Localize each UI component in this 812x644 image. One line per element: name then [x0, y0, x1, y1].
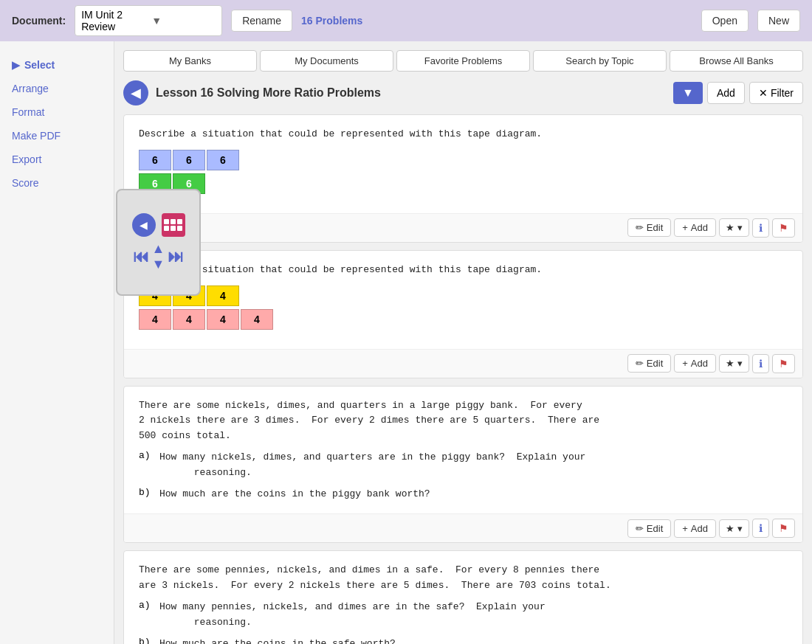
sub-label-4b: b) — [139, 637, 154, 644]
sidebar-item-format[interactable]: Format — [0, 100, 114, 124]
tab-my-banks[interactable]: My Banks — [123, 50, 257, 72]
main-content: ◀ ⏮ ▲ ▼ ⏭ — [114, 41, 812, 644]
grid-dots — [164, 219, 182, 231]
sidebar-item-label: Format — [12, 106, 44, 118]
nav-back-button[interactable]: ◀ — [132, 213, 156, 237]
sub-item-4a: a) How many pennies, nickels, and dimes … — [139, 600, 788, 631]
pencil-icon: ✏ — [636, 523, 644, 534]
arrow-icon: ▶ — [12, 59, 20, 71]
sidebar-item-label: Score — [12, 177, 39, 189]
flag-icon: ⚑ — [779, 222, 788, 234]
lesson-header: ◀ Lesson 16 Solving More Ratio Problems … — [123, 80, 803, 105]
add-problem-button-3[interactable]: + Add — [674, 519, 716, 538]
add-problem-button-1[interactable]: + Add — [674, 218, 716, 237]
tape-row-3: 4 4 4 — [139, 285, 788, 306]
nav-up-button[interactable]: ▲ — [152, 241, 165, 257]
tape-cell: 6 — [207, 150, 239, 170]
problem-actions-2: ✏ Edit + Add ★▾ ℹ ⚑ — [124, 349, 802, 378]
tab-search-by-topic[interactable]: Search by Topic — [533, 50, 667, 72]
flag-button-3[interactable]: ⚑ — [772, 519, 795, 538]
star-icon: ★ — [726, 222, 734, 233]
problem-text-1: Describe a situation that could be repre… — [139, 127, 788, 142]
add-problem-button-2[interactable]: + Add — [674, 354, 716, 373]
lesson-actions: ▼ Add ✕ Filter — [673, 82, 803, 104]
pencil-icon: ✏ — [636, 358, 644, 369]
open-button[interactable]: Open — [701, 10, 749, 32]
problem-card-4: There are some pennies, nickels, and dim… — [123, 550, 803, 644]
problems-count[interactable]: 16 Problems — [301, 15, 362, 27]
download-button[interactable]: ▼ — [673, 82, 703, 104]
nav-down-button[interactable]: ▼ — [152, 257, 165, 272]
tape-row-4: 4 4 4 4 — [139, 309, 788, 330]
plus-icon: + — [682, 358, 688, 369]
nav-grid-icon — [162, 213, 185, 237]
rename-button[interactable]: Rename — [231, 10, 292, 32]
sidebar-item-label: Select — [24, 59, 55, 71]
tab-bar: My Banks My Documents Favorite Problems … — [123, 50, 803, 72]
info-icon: ℹ — [759, 222, 763, 234]
nav-skip-back-button[interactable]: ⏮ — [133, 247, 149, 266]
flag-button-2[interactable]: ⚑ — [772, 354, 795, 373]
tab-browse-all-banks[interactable]: Browse All Banks — [670, 50, 803, 72]
sidebar: ▶ Select Arrange Format Make PDF Export … — [0, 41, 114, 644]
tape-row-1: 6 6 6 — [139, 150, 788, 170]
edit-button-2[interactable]: ✏ Edit — [627, 354, 671, 373]
info-icon: ℹ — [759, 358, 763, 370]
edit-button-1[interactable]: ✏ Edit — [627, 218, 671, 237]
tape-diagram-1: 6 6 6 6 6 — [139, 150, 788, 194]
layout: ▶ Select Arrange Format Make PDF Export … — [0, 41, 812, 644]
content-area: My Banks My Documents Favorite Problems … — [123, 50, 803, 644]
problem-card-2: Describe a situation that could be repre… — [123, 250, 803, 378]
tape-cell: 4 — [241, 309, 273, 330]
lesson-title: Lesson 16 Solving More Ratio Problems — [156, 86, 666, 100]
document-select[interactable]: IM Unit 2 Review ▼ — [75, 5, 222, 36]
tape-cell: 4 — [207, 309, 239, 330]
nav-skip-forward-button[interactable]: ⏭ — [168, 247, 184, 266]
star-icon: ★ — [726, 523, 734, 534]
problem-card-3: There are some nickels, dimes, and quart… — [123, 386, 803, 544]
star-button-2[interactable]: ★▾ — [719, 354, 749, 373]
edit-button-3[interactable]: ✏ Edit — [627, 519, 671, 538]
tape-cell: 6 — [173, 150, 205, 170]
sidebar-item-export[interactable]: Export — [0, 148, 114, 171]
new-button[interactable]: New — [757, 10, 800, 32]
plus-icon: + — [682, 523, 688, 534]
sidebar-item-arrange[interactable]: Arrange — [0, 77, 114, 100]
info-button-1[interactable]: ℹ — [752, 218, 769, 238]
sidebar-item-select[interactable]: ▶ Select — [0, 53, 114, 77]
sub-text-3b: How much are the coins in the piggy bank… — [159, 487, 430, 502]
tab-my-documents[interactable]: My Documents — [260, 50, 393, 72]
sub-label-4a: a) — [139, 600, 154, 631]
problem-content-3: There are some nickels, dimes, and quart… — [124, 387, 802, 514]
nav-top-row: ◀ — [132, 213, 185, 237]
sidebar-item-label: Make PDF — [12, 130, 61, 142]
sub-item-3b: b) How much are the coins in the piggy b… — [139, 487, 788, 502]
sidebar-item-label: Arrange — [12, 83, 49, 94]
problem-content-2: Describe a situation that could be repre… — [124, 251, 802, 349]
sidebar-item-score[interactable]: Score — [0, 171, 114, 195]
back-button[interactable]: ◀ — [123, 80, 148, 105]
chevron-icon: ▾ — [737, 523, 743, 534]
filter-icon: ✕ — [759, 87, 768, 99]
star-button-1[interactable]: ★▾ — [719, 218, 749, 237]
flag-icon: ⚑ — [779, 522, 788, 534]
star-button-3[interactable]: ★▾ — [719, 519, 749, 538]
plus-icon: + — [682, 222, 688, 233]
chevron-down-icon: ▼ — [151, 15, 216, 27]
filter-button[interactable]: ✕ Filter — [749, 82, 803, 104]
filter-label: Filter — [771, 87, 794, 99]
sidebar-item-make-pdf[interactable]: Make PDF — [0, 124, 114, 148]
document-label: Document: — [12, 15, 66, 27]
header: Document: IM Unit 2 Review ▼ Rename 16 P… — [0, 0, 812, 41]
sub-text-4b: How much are the coins in the safe worth… — [159, 637, 396, 644]
problem-text-3: There are some nickels, dimes, and quart… — [139, 398, 788, 444]
problem-actions-1: ✏ Edit + Add ★▾ ℹ ⚑ — [124, 213, 802, 242]
add-button[interactable]: Add — [707, 82, 745, 104]
tab-favorite-problems[interactable]: Favorite Problems — [396, 50, 530, 72]
flag-button-1[interactable]: ⚑ — [772, 218, 795, 238]
nav-middle-row: ⏮ ▲ ▼ ⏭ — [133, 241, 185, 272]
tape-cell: 6 — [139, 150, 171, 170]
star-icon: ★ — [726, 358, 734, 369]
info-button-3[interactable]: ℹ — [752, 519, 769, 538]
info-button-2[interactable]: ℹ — [752, 354, 769, 373]
